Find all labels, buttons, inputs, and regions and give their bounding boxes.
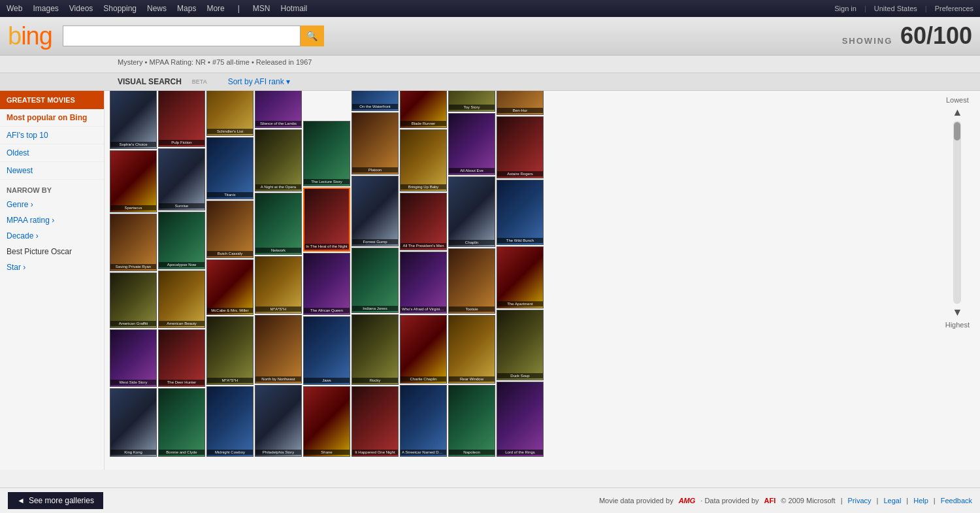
poster-mash[interactable]: M*A*S*H — [206, 316, 253, 385]
poster-charlie-chaplin[interactable]: Charlie Chaplin — [400, 315, 447, 384]
search-button[interactable]: 🔍 — [301, 25, 324, 46]
poster-virginia-woolf[interactable]: Who's Afraid of Virginia Woolf — [400, 252, 447, 314]
sort-by-dropdown[interactable]: Sort by AFI rank ▾ — [228, 77, 290, 86]
sidebar-item-oldest[interactable]: Oldest — [0, 144, 104, 162]
poster-column-3: Schindler's List Titanic Butch Cassidy M… — [206, 91, 253, 457]
filter-genre[interactable]: Genre › — [0, 197, 104, 212]
chevron-down-icon[interactable]: ▼ — [952, 306, 962, 318]
sign-in-link[interactable]: Sign in — [834, 5, 857, 12]
poster-duck-soup[interactable]: Duck Soup — [497, 310, 544, 380]
showing-number: 60/100 — [900, 22, 972, 49]
nav-shopping[interactable]: Shopping — [103, 4, 137, 13]
poster-jaws[interactable]: Jaws — [303, 316, 350, 385]
poster-silence-lambs[interactable]: Silence of the Lambs — [255, 91, 302, 128]
poster-all-about-eve[interactable]: All About Eve — [448, 113, 495, 175]
poster-toy-story[interactable]: Toy Story — [448, 91, 495, 112]
poster-american-beauty[interactable]: American Beauty — [158, 271, 205, 328]
sidebar-item-afi-top[interactable]: AFI's top 10 — [0, 127, 104, 144]
poster-titanic[interactable]: Titanic — [206, 137, 253, 199]
sidebar-item-newest[interactable]: Newest — [0, 162, 104, 180]
poster-apartment[interactable]: The Apartment — [497, 246, 544, 308]
header: bing In The Heat Of The Night 🔍 SHOWING … — [0, 17, 980, 56]
poster-pulp-fiction[interactable]: Pulp Fiction — [158, 91, 205, 147]
poster-chaplin[interactable]: Chaplin — [448, 176, 495, 247]
visual-search-bar: VISUAL SEARCH BETA Sort by AFI rank ▾ — [0, 73, 980, 91]
poster-forrest-gump[interactable]: Forrest Gump — [351, 176, 399, 246]
poster-sunrise[interactable]: Sunrise — [158, 148, 205, 210]
poster-sophies-choice[interactable]: Sophie's Choice — [110, 91, 157, 149]
poster-lecture-story[interactable]: The Lecture Story — [303, 121, 350, 186]
visual-search-label: VISUAL SEARCH — [118, 77, 182, 86]
beta-label: BETA — [192, 78, 207, 85]
nav-more[interactable]: More — [206, 4, 224, 13]
poster-rocky[interactable]: Rocky — [351, 314, 399, 385]
poster-groucho-marx[interactable]: A Night at the Opera — [255, 129, 302, 191]
poster-tootsie[interactable]: Tootsie — [448, 248, 495, 314]
poster-west-side-story[interactable]: West Side Story — [110, 329, 157, 387]
nav-msn[interactable]: MSN — [253, 4, 270, 13]
movie-meta: Mystery • MPAA Rating: NR • #75 all-time… — [118, 58, 972, 66]
search-input[interactable]: In The Heat Of The Night — [63, 25, 301, 46]
poster-it-happened-one-night[interactable]: It Happened One Night — [351, 386, 399, 457]
poster-midnight-cowboy[interactable]: Midnight Cowboy — [206, 386, 253, 457]
poster-column-4: Silence of the Lambs A Night at the Oper… — [255, 91, 302, 457]
poster-astaire-rogers[interactable]: Astaire Rogers — [497, 116, 544, 178]
nav-images[interactable]: Images — [33, 4, 58, 13]
poster-column-7: Blade Runner Bringing Up Baby All The Pr… — [400, 91, 447, 457]
region-link[interactable]: United States — [874, 5, 917, 12]
nav-news[interactable]: News — [147, 4, 167, 13]
poster-shane[interactable]: Shane — [303, 386, 350, 457]
poster-american-graffiti[interactable]: American Graffiti — [110, 273, 157, 328]
lowest-label: Lowest — [946, 96, 969, 104]
sidebar-item-most-popular[interactable]: Most popular on Bing — [0, 109, 104, 127]
poster-saving-private-ryan[interactable]: Saving Private Ryan — [110, 214, 157, 271]
poster-blade-runner[interactable]: Blade Runner — [400, 91, 447, 128]
poster-mash2[interactable]: M*A*S*H — [255, 256, 302, 314]
chevron-up-icon[interactable]: ▲ — [952, 107, 962, 118]
filter-decade[interactable]: Decade › — [0, 228, 104, 244]
nav-videos[interactable]: Videos — [69, 4, 93, 13]
poster-platoon[interactable]: Platoon — [351, 112, 399, 174]
search-bar: In The Heat Of The Night 🔍 — [63, 25, 324, 46]
poster-king-kong[interactable]: King Kong — [110, 388, 157, 457]
poster-bonnie-clyde[interactable]: Bonnie and Clyde — [158, 388, 205, 457]
scroll-track[interactable] — [953, 121, 961, 304]
poster-on-waterfront[interactable]: On the Waterfront — [351, 91, 399, 111]
poster-apocalypse-now[interactable]: Apocalypse Now — [158, 212, 205, 269]
poster-schindlers-list[interactable]: Schindler's List — [206, 91, 253, 136]
nav-maps[interactable]: Maps — [177, 4, 196, 13]
poster-rear-window[interactable]: Rear Window — [448, 315, 495, 384]
poster-heat-of-night[interactable]: In The Heat of the Night — [303, 188, 350, 252]
poster-column-8: Toy Story All About Eve Chaplin Tootsie … — [448, 91, 495, 457]
filter-mpaa[interactable]: MPAA rating › — [0, 212, 104, 228]
poster-ben-hur[interactable]: Ben-Hur — [497, 91, 544, 115]
nav-hotmail[interactable]: Hotmail — [281, 4, 308, 13]
poster-lord-rings[interactable]: Lord of the Rings — [497, 382, 544, 457]
filter-star[interactable]: Star › — [0, 259, 104, 275]
poster-wild-bunch[interactable]: The Wild Bunch — [497, 180, 544, 245]
scroll-indicator: Lowest ▲ ▼ Highest — [945, 96, 970, 329]
nav-separator-1: | — [238, 4, 240, 13]
poster-napoleon[interactable]: Napoleon — [448, 385, 495, 457]
poster-all-presidents-men[interactable]: All The President's Men — [400, 193, 447, 250]
poster-philadelphia-story[interactable]: Philadelphia Story — [255, 385, 302, 457]
poster-butch-cassidy[interactable]: Butch Cassidy — [206, 201, 253, 258]
poster-collage: Sophie's Choice Spartacus Saving Private… — [105, 91, 980, 470]
greatest-movies-button[interactable]: GREATEST MOVIES — [0, 91, 104, 109]
poster-mccabe[interactable]: McCabe & Mrs. Miller — [206, 259, 253, 315]
nav-links: Web Images Videos Shopping News Maps Mor… — [7, 4, 834, 13]
poster-indiana-jones[interactable]: Indiana Jones — [351, 248, 399, 313]
nav-web[interactable]: Web — [7, 4, 22, 13]
poster-bringing-up-baby[interactable]: Bringing Up Baby — [400, 129, 447, 191]
poster-nw-northwest[interactable]: North by Northwest — [255, 315, 302, 384]
scroll-thumb[interactable] — [954, 122, 960, 141]
poster-spartacus[interactable]: Spartacus — [110, 150, 157, 212]
poster-network[interactable]: Network — [255, 193, 302, 255]
preferences-link[interactable]: Preferences — [935, 5, 973, 12]
poster-deer-hunter[interactable]: The Deer Hunter — [158, 329, 205, 387]
filter-best-picture[interactable]: Best Picture Oscar — [0, 244, 104, 259]
poster-streetcar[interactable]: A Streetcar Named Desire — [400, 385, 447, 457]
poster-african-queen[interactable]: The African Queen — [303, 253, 350, 315]
top-navigation: Web Images Videos Shopping News Maps Mor… — [0, 0, 980, 17]
showing-label: SHOWING — [842, 36, 893, 46]
